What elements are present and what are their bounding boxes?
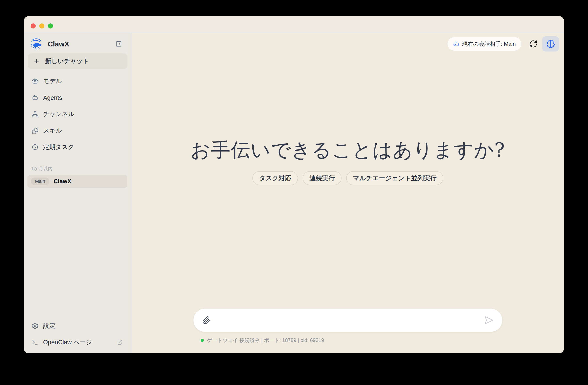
sidebar-item-label: Agents	[43, 94, 62, 101]
message-input[interactable]	[216, 317, 479, 324]
sidebar-item-label: スキル	[43, 126, 62, 135]
gateway-status-text: ゲートウェイ 接続済み | ポート: 18789 | pid: 69319	[207, 337, 324, 344]
sidebar-item-label: モデル	[43, 77, 62, 85]
robot-icon	[32, 94, 39, 101]
paperclip-icon[interactable]	[202, 316, 211, 324]
send-icon[interactable]	[484, 316, 493, 325]
sidebar-item-channels[interactable]: チャンネル	[24, 106, 131, 122]
gateway-status: ゲートウェイ 接続済み | ポート: 18789 | pid: 69319	[201, 337, 324, 344]
sidebar-item-agents[interactable]: Agents	[24, 89, 131, 106]
network-icon	[32, 111, 39, 118]
status-dot-icon	[201, 339, 204, 342]
openclaw-page-label: OpenClaw ページ	[43, 338, 92, 346]
app-window: ClawX 新しいチャット モデル	[24, 16, 564, 353]
titlebar[interactable]	[24, 16, 564, 33]
clock-icon	[32, 144, 39, 150]
screen: ClawX 新しいチャット モデル	[0, 0, 588, 385]
sidebar: ClawX 新しいチャット モデル	[24, 33, 132, 353]
message-composer[interactable]	[193, 308, 503, 332]
history-section-label: 1か月以内	[31, 165, 131, 172]
suggestion-pill-task-support[interactable]: タスク対応	[252, 171, 298, 185]
history-item-main-clawx[interactable]: Main ClawX	[27, 175, 127, 188]
sidebar-item-label: チャンネル	[43, 110, 74, 118]
gear-icon	[32, 323, 39, 329]
puzzle-icon	[32, 127, 39, 134]
new-chat-button[interactable]: 新しいチャット	[28, 53, 127, 69]
app-name: ClawX	[48, 40, 69, 48]
close-button[interactable]	[31, 23, 36, 28]
main-badge: Main	[31, 178, 49, 185]
sidebar-item-label: 定期タスク	[43, 143, 74, 151]
brain-icon[interactable]	[542, 36, 559, 52]
sidebar-nav: モデル Agents チャンネル	[24, 73, 131, 155]
robot-icon	[453, 41, 459, 47]
suggestion-pill-continuous-run[interactable]: 連続実行	[303, 171, 341, 185]
history-item-title: ClawX	[54, 178, 71, 185]
window-controls	[31, 23, 53, 28]
panel-collapse-icon[interactable]	[116, 40, 122, 47]
header-controls: 現在の会話相手: Main	[447, 36, 559, 52]
sidebar-item-models[interactable]: モデル	[24, 73, 131, 89]
sidebar-item-settings[interactable]: 設定	[24, 320, 131, 332]
sidebar-item-scheduled-tasks[interactable]: 定期タスク	[24, 139, 131, 155]
new-chat-label: 新しいチャット	[45, 57, 89, 65]
sidebar-header: ClawX	[24, 33, 131, 50]
maximize-button[interactable]	[48, 23, 53, 28]
refresh-icon[interactable]	[529, 40, 538, 48]
chip-icon	[32, 78, 39, 85]
current-partner-label: 現在の会話相手: Main	[462, 40, 516, 48]
suggestion-pill-multi-agent[interactable]: マルチエージェント並列実行	[346, 171, 443, 185]
terminal-icon	[32, 339, 39, 346]
lobster-logo	[30, 38, 43, 50]
minimize-button[interactable]	[39, 23, 44, 28]
sidebar-item-skills[interactable]: スキル	[24, 122, 131, 139]
external-link-icon	[117, 340, 123, 345]
current-partner-pill[interactable]: 現在の会話相手: Main	[447, 37, 522, 51]
main-area: 現在の会話相手: Main お手伝いできることはありますか? タスク対応 連続実…	[132, 33, 564, 353]
sidebar-footer: 設定 OpenClaw ページ	[24, 316, 131, 349]
suggestion-pills: タスク対応 連続実行 マルチエージェント並列実行	[132, 171, 564, 185]
sidebar-item-openclaw-page[interactable]: OpenClaw ページ	[24, 336, 131, 349]
greeting-heading: お手伝いできることはありますか?	[132, 137, 564, 163]
plus-icon	[33, 58, 40, 64]
settings-label: 設定	[43, 322, 55, 330]
